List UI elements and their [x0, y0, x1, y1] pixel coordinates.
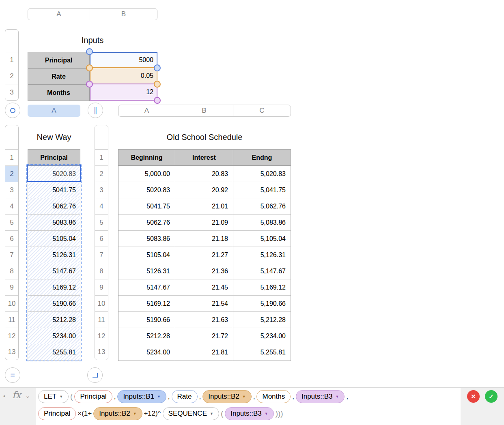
- cell[interactable]: 21.72: [175, 328, 233, 344]
- cell-newway-a9[interactable]: 5169.12: [28, 279, 80, 296]
- cell-newway-a2[interactable]: 5020.83: [28, 166, 80, 182]
- cell[interactable]: 5,062.76: [233, 198, 291, 215]
- cell-inputs-b3[interactable]: 12: [90, 84, 157, 101]
- variable-token-months[interactable]: Months: [256, 390, 291, 403]
- reference-token-inputs-b1[interactable]: Inputs::B1▼: [117, 390, 166, 403]
- oldschool-row-header-5[interactable]: 5: [95, 215, 108, 231]
- cell-oldschool-c1-header[interactable]: Endng: [233, 150, 291, 166]
- cell-newway-a13[interactable]: 5255.81: [28, 344, 80, 361]
- oldschool-row-header-10[interactable]: 10: [95, 296, 108, 312]
- variable-token-rate[interactable]: Rate: [172, 390, 198, 403]
- oldschool-column-header-a[interactable]: A: [118, 105, 175, 116]
- cell[interactable]: 5105.04: [118, 247, 175, 263]
- column-resize-button[interactable]: ∥: [88, 103, 103, 118]
- cell-newway-a12[interactable]: 5234.00: [28, 328, 80, 344]
- cell-inputs-a3[interactable]: Months: [28, 84, 90, 101]
- table-handle-button[interactable]: [5, 103, 20, 118]
- inputs-row-header-1[interactable]: 1: [5, 52, 18, 69]
- cell[interactable]: 5083.86: [118, 231, 175, 247]
- reference-token-inputs-b2[interactable]: Inputs::B2▼: [202, 390, 251, 403]
- oldschool-column-header-c[interactable]: C: [233, 105, 291, 116]
- oldschool-row-header-1[interactable]: 1: [95, 150, 108, 166]
- table-resize-button[interactable]: [87, 367, 103, 383]
- cell-inputs-b2[interactable]: 0.05: [90, 67, 157, 84]
- cell[interactable]: 20.83: [175, 166, 233, 182]
- cell[interactable]: 21.54: [175, 296, 233, 312]
- newway-row-header-12[interactable]: 12: [5, 328, 18, 344]
- cell-inputs-a2[interactable]: Rate: [28, 68, 90, 85]
- cell[interactable]: 5147.67: [118, 279, 175, 296]
- cell[interactable]: 5,255.81: [233, 344, 291, 361]
- cancel-button[interactable]: ✕: [467, 390, 480, 403]
- oldschool-row-header-2[interactable]: 2: [95, 166, 108, 182]
- cell[interactable]: 21.63: [175, 312, 233, 328]
- cell[interactable]: 5,000.00: [118, 166, 175, 182]
- cell[interactable]: 5190.66: [118, 312, 175, 328]
- oldschool-row-header-13[interactable]: 13: [95, 344, 108, 360]
- cell[interactable]: 5,041.75: [233, 182, 291, 198]
- oldschool-row-header-8[interactable]: 8: [95, 263, 108, 279]
- newway-row-header-5[interactable]: 5: [5, 215, 18, 231]
- newway-row-header-13[interactable]: 13: [5, 344, 18, 360]
- cell[interactable]: 5,147.67: [233, 263, 291, 279]
- newway-table-title[interactable]: New Way: [28, 133, 80, 142]
- range-handle-orange-bottomright[interactable]: [154, 81, 161, 88]
- row-resize-button[interactable]: =: [5, 367, 20, 383]
- oldschool-column-header-b[interactable]: B: [175, 105, 233, 116]
- cell-newway-a5[interactable]: 5083.86: [28, 215, 80, 231]
- cell[interactable]: 21.27: [175, 247, 233, 263]
- cell-inputs-b1[interactable]: 5000: [90, 52, 157, 68]
- variable-token-principal[interactable]: Principal: [38, 407, 76, 420]
- oldschool-table-title[interactable]: Old School Schedule: [118, 133, 291, 142]
- newway-row-header-8[interactable]: 8: [5, 263, 18, 279]
- inputs-column-header-a[interactable]: A: [28, 9, 90, 20]
- newway-row-header-2[interactable]: 2: [5, 166, 18, 182]
- reference-token-inputs-b3[interactable]: Inputs::B3▼: [296, 390, 345, 403]
- cell-newway-a11[interactable]: 5212.28: [28, 312, 80, 328]
- cell[interactable]: 5020.83: [118, 182, 175, 198]
- newway-row-header-4[interactable]: 4: [5, 198, 18, 215]
- newway-row-header-blank[interactable]: [5, 125, 18, 150]
- cell[interactable]: 5,020.83: [233, 166, 291, 182]
- cell-newway-a7[interactable]: 5126.31: [28, 247, 80, 263]
- newway-column-header-a[interactable]: A: [28, 105, 80, 117]
- oldschool-row-header-4[interactable]: 4: [95, 198, 108, 215]
- cell[interactable]: 5,212.28: [233, 312, 291, 328]
- range-handle-blue-topleft[interactable]: [86, 48, 93, 55]
- cell[interactable]: 5062.76: [118, 215, 175, 231]
- cell[interactable]: 20.92: [175, 182, 233, 198]
- accept-button[interactable]: ✓: [485, 390, 498, 403]
- cell-inputs-a1[interactable]: Principal: [28, 52, 90, 69]
- cell[interactable]: 5,190.66: [233, 296, 291, 312]
- inputs-row-header-blank[interactable]: [5, 30, 18, 52]
- cell[interactable]: 5169.12: [118, 296, 175, 312]
- cell-newway-a4[interactable]: 5062.76: [28, 198, 80, 215]
- inputs-row-header-2[interactable]: 2: [5, 68, 18, 84]
- inputs-column-header-b[interactable]: B: [90, 9, 157, 20]
- oldschool-row-header-11[interactable]: 11: [95, 312, 108, 328]
- newway-row-header-1[interactable]: 1: [5, 150, 18, 166]
- fx-icon[interactable]: fx: [12, 390, 21, 400]
- range-handle-orange-topleft[interactable]: [86, 64, 93, 71]
- oldschool-row-header-9[interactable]: 9: [95, 279, 108, 296]
- cell[interactable]: 21.36: [175, 263, 233, 279]
- cell[interactable]: 5,083.86: [233, 215, 291, 231]
- variable-token-principal[interactable]: Principal: [74, 390, 112, 403]
- inputs-table-title[interactable]: Inputs: [28, 36, 157, 45]
- cell[interactable]: 21.01: [175, 198, 233, 215]
- cell-newway-a8[interactable]: 5147.67: [28, 263, 80, 279]
- cell[interactable]: 5126.31: [118, 263, 175, 279]
- cell[interactable]: 5,234.00: [233, 328, 291, 344]
- newway-row-header-7[interactable]: 7: [5, 247, 18, 263]
- cell-oldschool-b1-header[interactable]: Interest: [175, 150, 233, 166]
- function-token-let[interactable]: LET▼: [38, 390, 69, 403]
- oldschool-row-header-7[interactable]: 7: [95, 247, 108, 263]
- reference-token-inputs-b2[interactable]: Inputs::B2▼: [93, 407, 142, 420]
- range-handle-purple-topleft[interactable]: [86, 81, 93, 88]
- newway-row-header-3[interactable]: 3: [5, 182, 18, 198]
- cell[interactable]: 5041.75: [118, 198, 175, 215]
- chevron-down-icon[interactable]: ⌄: [25, 392, 30, 399]
- newway-row-header-11[interactable]: 11: [5, 312, 18, 328]
- cell-newway-a3[interactable]: 5041.75: [28, 182, 80, 198]
- cell-newway-a6[interactable]: 5105.04: [28, 231, 80, 247]
